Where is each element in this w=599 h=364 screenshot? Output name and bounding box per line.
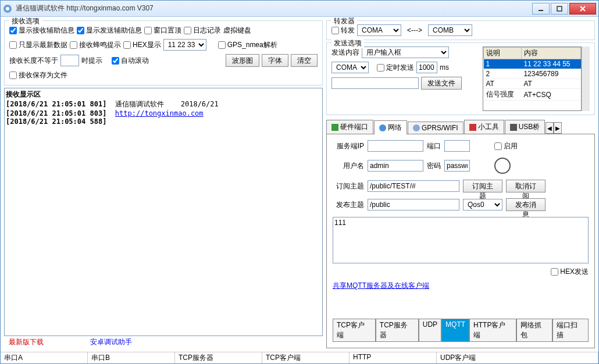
table-row[interactable]: ATAT [484,79,581,89]
subtab-packet-capture[interactable]: 网络抓包 [516,319,552,342]
tab-gprs-wifi[interactable]: GPRS/WIFI [408,122,463,134]
status-tcp-server: TCP服务器 [175,352,262,363]
show-recv-aux-checkbox[interactable]: 显示接收辅助信息 [9,26,74,35]
password-input[interactable] [444,160,470,172]
status-com-a: 串口A [1,352,88,363]
clear-button[interactable]: 清空 [291,54,318,67]
receive-options-group: 接收选项 显示接收辅助信息 显示发送辅助信息 窗口置顶 日志记录 虚拟键盘 只显… [4,20,323,85]
hex-send-checkbox[interactable]: HEX发送 [551,267,589,277]
send-file-path-input[interactable] [331,77,419,89]
subtab-tcp-server[interactable]: TCP服务器 [376,319,419,342]
tab-network[interactable]: 网络 [374,120,407,134]
unsubscribe-button[interactable]: 取消订阅 [506,180,545,192]
connect-indicator[interactable] [494,158,511,174]
message-textarea[interactable]: 111 [333,217,589,263]
font-button[interactable]: 字体 [262,54,288,67]
share-mqtt-link[interactable]: 共享MQTT服务器及在线客户端 [333,281,589,291]
tab-scroll-left[interactable]: ◀ [545,122,554,134]
network-panel: 服务端IP 端口 启用 用户名 密码 订阅主题 [326,134,595,348]
recv-len-input[interactable] [60,55,79,66]
receive-log-area[interactable]: 接收显示区 [2018/6/21 21:05:01 801] 通信猫调试软件 2… [4,88,323,336]
protocol-sub-tabs: TCP客户端 TCP服务器 UDP MQTT HTTP客户端 网络抓包 端口扫描 [333,319,589,342]
table-header: 说明 [484,48,522,59]
table-scrollbar[interactable] [582,47,590,111]
log-line: [2018/6/21 21:05:01 803] http://tongxinm… [6,109,321,117]
status-com-b: 串口B [88,352,175,363]
log-line: [2018/6/21 21:05:01 801] 通信猫调试软件 2018/6/… [6,99,321,109]
main-window: 通信猫调试软件 http://tongxinmao.com V307 接收选项 … [0,0,599,364]
sub-topic-input[interactable] [368,180,459,192]
only-latest-checkbox[interactable]: 只显示最新数据 [9,40,67,50]
virtual-keyboard-label[interactable]: 虚拟键盘 [223,26,251,35]
forward-arrows: <---> [404,26,426,34]
table-row[interactable] [484,101,581,110]
close-button[interactable] [569,3,596,15]
tab-tools[interactable]: 小工具 [464,120,504,134]
qos-select[interactable]: Qos0 [463,199,502,210]
topmost-checkbox[interactable]: 窗口置顶 [144,26,181,35]
save-to-file-checkbox[interactable]: 接收保存为文件 [9,70,67,80]
pub-topic-input[interactable] [368,199,459,210]
tab-hardware-port[interactable]: 硬件端口 [326,120,373,134]
interval-input[interactable] [416,62,437,73]
beep-checkbox[interactable]: 接收蜂鸣提示 [70,40,121,50]
timed-send-checkbox[interactable]: 定时发送 [377,63,414,73]
tab-scroll-right[interactable]: ▶ [554,122,562,134]
preset-table[interactable]: 说明内容 111 22 33 44 55 2123456789 ATAT 信号强… [483,47,582,111]
send-port-select[interactable]: COMA [331,62,369,73]
receive-options-title: 接收选项 [9,17,42,26]
log-line: [2018/6/21 21:05:04 588] [6,117,321,126]
log-header: 接收显示区 [6,90,321,99]
usb-icon [510,124,517,131]
subscribe-button[interactable]: 订阅主题 [463,180,502,192]
username-label: 用户名 [333,161,364,171]
app-icon [3,4,12,13]
publish-button[interactable]: 发布消息 [506,198,545,211]
status-http: HTTP [350,352,437,363]
latest-version-link[interactable]: 最新版下载 [9,337,44,347]
username-input[interactable] [368,160,423,172]
subtab-mqtt[interactable]: MQTT [441,319,469,342]
server-ip-input[interactable] [368,140,423,152]
hex-sample-select[interactable]: 11 22 33 [163,39,206,51]
window-title: 通信猫调试软件 http://tongxinmao.com V307 [16,3,532,13]
subtab-udp[interactable]: UDP [419,319,441,342]
subtab-http-client[interactable]: HTTP客户端 [469,319,516,342]
forward-b-select[interactable]: COMB [428,24,472,36]
status-udp-client: UDP客户端 [437,352,598,363]
table-header: 内容 [521,48,580,59]
send-file-button[interactable]: 发送文件 [421,77,462,90]
autoscroll-checkbox[interactable]: 自动滚动 [112,56,149,66]
gps-checkbox[interactable]: GPS_nmea解析 [218,40,277,50]
hex-display-checkbox[interactable]: HEX显示 [123,40,161,50]
log-link[interactable]: http://tongxinmao.com [115,109,204,117]
enable-checkbox[interactable]: 启用 [494,141,518,151]
chip-icon [331,124,338,131]
subtab-port-scan[interactable]: 端口扫描 [552,319,589,342]
port-label: 端口 [427,141,441,151]
android-helper-link[interactable]: 安卓调试助手 [90,337,132,347]
svg-point-1 [6,7,9,10]
port-input[interactable] [444,140,470,152]
forwarder-title: 转发器 [331,17,357,26]
then-hint-label: 时提示 [81,56,102,66]
forward-a-select[interactable]: COMA [357,24,401,36]
send-options-title: 发送选项 [331,38,364,48]
subtab-tcp-client[interactable]: TCP客户端 [333,319,376,342]
waveform-button[interactable]: 波形图 [226,54,259,67]
table-row[interactable]: 111 22 33 44 55 [484,59,581,69]
show-send-aux-checkbox[interactable]: 显示发送辅助信息 [77,26,142,35]
table-row[interactable]: 信号强度AT+CSQ [484,89,581,101]
password-label: 密码 [427,161,441,171]
table-row[interactable]: 2123456789 [484,69,581,79]
send-content-select[interactable]: 用户输入框 [362,47,449,58]
forward-checkbox[interactable]: 转发 [331,26,355,35]
wifi-icon [413,124,420,131]
minimize-button[interactable] [532,3,550,15]
svg-rect-3 [557,6,562,11]
connection-tabs: 硬件端口 网络 GPRS/WIFI 小工具 USB桥 ◀ ▶ [326,120,595,134]
tab-usb-bridge[interactable]: USB桥 [505,120,545,134]
status-bar: 串口A 串口B TCP服务器 TCP客户端 HTTP UDP客户端 [1,352,598,363]
log-record-checkbox[interactable]: 日志记录 [184,26,221,35]
maximize-button[interactable] [551,3,568,15]
